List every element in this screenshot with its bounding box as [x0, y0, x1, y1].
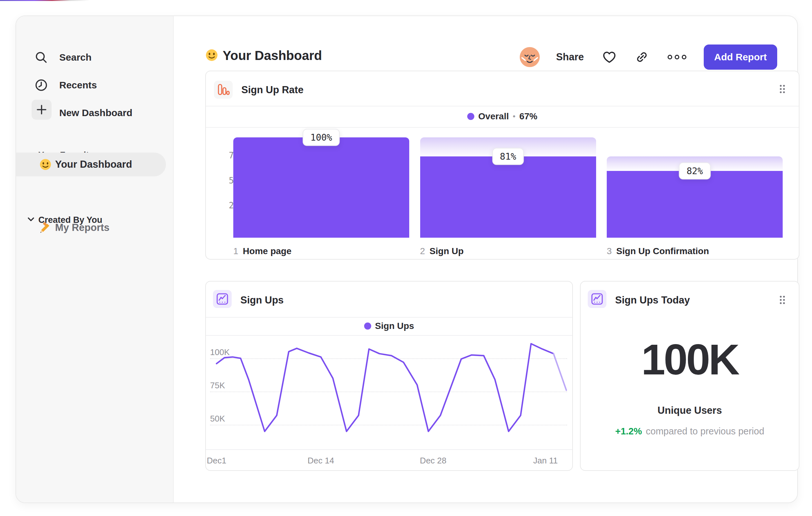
page-header: Your Dashboard Sha — [173, 16, 797, 71]
sidebar-item-your-dashboard[interactable]: Your Dashboard — [16, 153, 166, 176]
funnel-value-tooltip: 81% — [492, 148, 524, 165]
pencil-emoji — [39, 222, 51, 236]
sidebar-item-label: My Reports — [55, 222, 110, 234]
card-sign-ups: Sign Ups Sign Ups 100K75K50KDec1Dec 14De… — [205, 281, 573, 471]
funnel-step-name: Sign Up Confirmation — [616, 246, 709, 256]
funnel-step-number: 1 — [233, 246, 238, 256]
copy-link-icon[interactable] — [635, 50, 649, 64]
search-icon — [34, 50, 49, 65]
delta-caption: compared to previous period — [646, 426, 764, 437]
clock-icon — [34, 78, 49, 92]
y-axis-tick: 75K — [210, 381, 225, 390]
sidebar-item-new-dashboard[interactable]: New Dashboard — [16, 103, 173, 123]
sidebar: Search Recents New Dashboard — [16, 16, 174, 503]
sidebar-item-my-reports[interactable]: My Reports — [16, 219, 173, 237]
big-number-caption: Unique Users — [581, 405, 799, 416]
funnel-plot: 75%50%25%0%100%1Home page81%2Sign Up82%3… — [206, 71, 799, 259]
delta-value: +1.2% — [615, 426, 642, 437]
page-title: Your Dashboard — [223, 48, 322, 63]
line-series — [216, 344, 554, 432]
avatar[interactable] — [519, 47, 540, 67]
sidebar-item-search[interactable]: Search — [16, 47, 173, 68]
big-number-value: 100K — [581, 335, 799, 384]
favorite-heart-icon[interactable] — [602, 50, 617, 64]
funnel-step-label: 2Sign Up — [420, 246, 464, 256]
funnel-step-label: 3Sign Up Confirmation — [607, 246, 709, 256]
funnel-step-name: Home page — [243, 246, 292, 256]
sidebar-item-label: Recents — [59, 80, 97, 91]
funnel-bar-converted — [233, 137, 409, 238]
gridline — [210, 391, 567, 392]
funnel-bar-converted — [607, 171, 783, 238]
smiley-emoji — [205, 49, 218, 63]
gridline — [210, 358, 567, 359]
x-axis-tick: Jan 11 — [533, 456, 558, 466]
plus-icon — [32, 100, 52, 120]
line-chart-svg[interactable] — [206, 281, 572, 470]
card-sign-up-rate: Sign Up Rate Overall • 67% 75%50%25% — [205, 71, 800, 260]
main-content: Your Dashboard Sha — [173, 16, 797, 503]
background-window-artifact — [0, 0, 90, 1]
funnel-step-number: 2 — [420, 246, 425, 256]
more-options-icon[interactable] — [667, 54, 687, 61]
y-axis-tick: 50K — [210, 414, 225, 424]
add-report-button[interactable]: Add Report — [704, 45, 777, 70]
gridline — [210, 425, 567, 425]
drag-handle-icon[interactable] — [778, 294, 787, 307]
x-axis-tick: Dec1 — [207, 456, 227, 466]
line-plot: 100K75K50KDec1Dec 14Dec 28Jan 11 — [206, 281, 572, 470]
funnel-bar-converted — [420, 156, 596, 238]
funnel-value-tooltip: 82% — [679, 163, 711, 180]
y-axis-tick: 100K — [210, 347, 230, 357]
sidebar-item-label: Your Dashboard — [55, 159, 132, 170]
funnel-value-tooltip: 100% — [302, 129, 340, 146]
line-chart-icon — [588, 290, 606, 308]
card-sign-ups-today: Sign Ups Today 100K Unique Users +1.2% c… — [580, 281, 800, 471]
sidebar-item-recents[interactable]: Recents — [16, 75, 173, 96]
main-app-card: Search Recents New Dashboard — [16, 16, 798, 503]
app-window: Search Recents New Dashboard — [0, 0, 812, 516]
smiley-emoji — [39, 158, 52, 172]
funnel-step-label: 1Home page — [233, 246, 292, 256]
funnel-step-name: Sign Up — [430, 246, 464, 256]
sidebar-item-label: Search — [59, 52, 91, 63]
funnel-bar[interactable] — [233, 137, 409, 238]
line-series — [554, 354, 567, 390]
card-title: Sign Ups Today — [615, 294, 690, 306]
delta-row: +1.2% compared to previous period — [581, 426, 799, 437]
funnel-step-number: 3 — [607, 246, 612, 256]
x-axis-tick: Dec 14 — [308, 456, 334, 466]
share-button[interactable]: Share — [556, 51, 584, 63]
x-axis-tick: Dec 28 — [420, 456, 446, 466]
sidebar-item-label: New Dashboard — [59, 107, 133, 118]
